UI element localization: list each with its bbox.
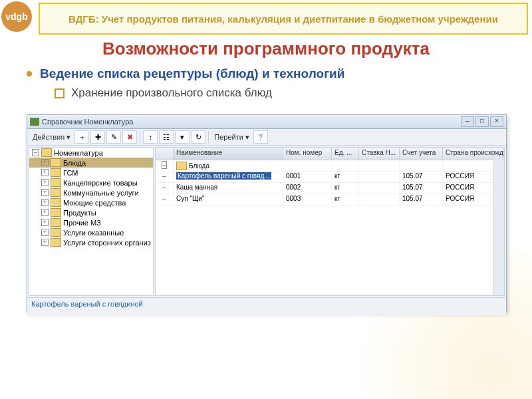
pencil-icon: ✎ [111, 133, 117, 142]
bullet-dot-icon [27, 71, 32, 76]
tree-item[interactable]: +Канцелярские товары [29, 178, 153, 188]
funnel-icon: ▾ [180, 133, 184, 142]
table-row[interactable]: –Блюда [156, 160, 504, 172]
table-row[interactable]: –Картофель вареный с говяд...0001кг105.0… [156, 172, 504, 183]
folder-icon [51, 238, 61, 247]
nav-tree[interactable]: –Номенклатура +Блюда+ГСМ+Канцелярские то… [29, 147, 154, 296]
delete-button[interactable]: ✖ [122, 130, 137, 144]
folder-icon [176, 162, 187, 170]
slide-title: Возможности программного продукта [0, 39, 532, 59]
expand-icon[interactable]: + [41, 209, 49, 216]
folder-icon [51, 198, 61, 207]
app-window: Справочник Номенклатура – □ × Действия ▾… [27, 114, 507, 313]
maximize-button[interactable]: □ [475, 116, 489, 127]
sort-icon: ↕ [149, 133, 153, 141]
tree-item[interactable]: +Прочие МЗ [29, 217, 153, 227]
tree-item[interactable]: +Услуги сторонних организ [29, 237, 153, 247]
add-button[interactable]: ＋ [74, 130, 89, 144]
slide-header: ВДГБ: Учет продуктов питания, калькуляци… [39, 3, 528, 35]
expand-icon[interactable]: + [41, 169, 49, 176]
sort-button[interactable]: ↕ [143, 130, 158, 144]
folder-icon [51, 188, 61, 197]
folder-icon [51, 228, 61, 237]
book-icon [30, 118, 39, 126]
plus-icon: ＋ [78, 132, 86, 142]
window-title: Справочник Номенклатура [42, 118, 133, 126]
collapse-icon: – [162, 161, 166, 169]
refresh-button[interactable]: ↻ [191, 130, 205, 144]
folder-icon [41, 148, 52, 157]
grid-header[interactable]: Наименование Ном. номер Ед. ... Ставка Н… [156, 148, 504, 160]
data-grid[interactable]: Наименование Ном. номер Ед. ... Ставка Н… [155, 147, 505, 296]
bullet-level2: Хранение произвольного списка блюд [55, 86, 505, 100]
expand-icon[interactable]: + [41, 229, 49, 236]
folder-icon [51, 168, 61, 177]
tree-item[interactable]: +Коммунальные услуги [29, 188, 153, 198]
table-row[interactable]: –Каша манная0002кг105.07РОССИЯ [156, 183, 504, 194]
bullet-level1: Ведение списка рецептуры (блюд) и технол… [27, 66, 505, 81]
x-icon: ✖ [127, 133, 133, 142]
add-folder-button[interactable]: ✚ [90, 130, 105, 144]
expand-icon[interactable]: + [41, 159, 49, 166]
vdgb-logo: vdgb [1, 1, 32, 32]
tree-icon: ☷ [163, 133, 170, 142]
tree-item[interactable]: +Услуги оказанные [29, 227, 153, 237]
bullet-square-icon [55, 88, 65, 98]
filter-button[interactable]: ▾ [175, 130, 190, 144]
refresh-icon: ↻ [196, 133, 201, 142]
vertical-scrollbar[interactable] [493, 160, 504, 295]
close-button[interactable]: × [490, 116, 503, 127]
help-icon: ? [259, 133, 263, 141]
hierarchy-button[interactable]: ☷ [159, 130, 174, 144]
tree-item[interactable]: +ГСМ [29, 168, 153, 178]
status-bar: Картофель вареный с говядиной [27, 297, 506, 315]
edit-button[interactable]: ✎ [106, 130, 121, 144]
folder-icon [51, 158, 61, 167]
plus-folder-icon: ✚ [95, 133, 101, 142]
expand-icon[interactable]: + [41, 189, 49, 196]
minimize-button[interactable]: – [461, 116, 474, 127]
goto-menu[interactable]: Перейти ▾ [211, 133, 252, 142]
folder-icon [51, 218, 61, 227]
tree-root[interactable]: –Номенклатура [29, 148, 153, 158]
expand-icon[interactable]: + [41, 219, 49, 226]
help-button[interactable]: ? [253, 130, 268, 144]
folder-icon [51, 178, 61, 187]
table-row[interactable]: –Суп "Щи"0003кг105.07РОССИЯ [156, 194, 504, 205]
toolbar: Действия ▾ ＋ ✚ ✎ ✖ ↕ ☷ ▾ ↻ Перейти ▾ ? [27, 129, 506, 146]
tree-item[interactable]: +Продукты [29, 207, 153, 217]
expand-icon[interactable]: + [41, 199, 49, 206]
tree-item[interactable]: +Моющие средства [29, 198, 153, 207]
expand-icon[interactable]: + [41, 179, 49, 186]
collapse-icon[interactable]: – [32, 149, 39, 156]
titlebar: Справочник Номенклатура – □ × [27, 115, 506, 129]
folder-icon [51, 208, 61, 217]
tree-item[interactable]: +Блюда [29, 158, 153, 168]
expand-icon[interactable]: + [41, 239, 49, 246]
actions-menu[interactable]: Действия ▾ [30, 133, 73, 142]
